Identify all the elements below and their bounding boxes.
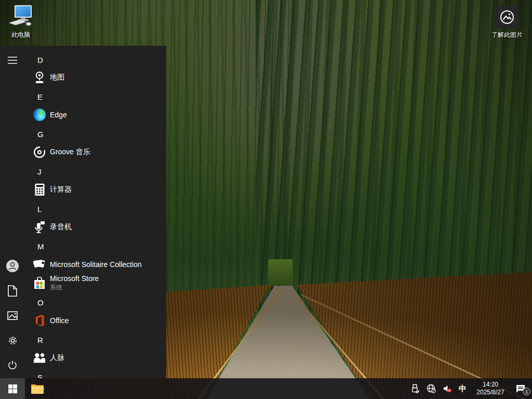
app-item-microsoft-store[interactable]: Microsoft Store 系统: [25, 272, 166, 294]
group-letter-J[interactable]: J: [37, 166, 56, 178]
app-label: 录音机: [50, 222, 72, 232]
notification-badge: 1: [523, 388, 530, 395]
office-icon: [33, 314, 46, 327]
start-menu-rail: [0, 46, 25, 378]
gear-icon: [7, 335, 18, 346]
edge-icon: [33, 109, 46, 121]
app-item-office[interactable]: Office: [25, 312, 166, 329]
this-pc-icon: [7, 4, 34, 29]
this-pc-label: 此电脑: [11, 31, 30, 39]
desktop-icon-learn-picture[interactable]: 了解此图片: [487, 5, 527, 39]
start-menu-app-list: D 地图 E Edge G: [25, 46, 166, 378]
learn-picture-icon: [495, 5, 519, 29]
people-icon: [33, 352, 46, 364]
hamburger-icon: [8, 57, 17, 64]
app-label: Edge: [50, 111, 67, 119]
system-tray: 中 14:20 2025/8/27 1: [410, 378, 532, 399]
group-letter-L[interactable]: L: [37, 203, 56, 216]
file-explorer-button[interactable]: [25, 378, 50, 399]
group-letter-E[interactable]: E: [37, 91, 56, 103]
solitaire-icon: [33, 258, 46, 271]
app-item-calculator[interactable]: 计算器: [25, 181, 166, 198]
groove-music-icon: [33, 146, 46, 158]
network-no-internet-icon[interactable]: [427, 384, 436, 393]
learn-picture-label: 了解此图片: [491, 31, 523, 39]
user-account-button[interactable]: [4, 258, 21, 274]
document-icon: [8, 285, 17, 297]
app-label: 计算器: [50, 185, 72, 194]
group-letter-O[interactable]: O: [37, 297, 56, 309]
app-item-people[interactable]: 人脉: [25, 349, 166, 367]
pictures-button[interactable]: [4, 307, 21, 324]
start-button[interactable]: [0, 378, 25, 399]
app-item-maps[interactable]: 地图: [25, 69, 166, 86]
store-icon: [33, 277, 46, 289]
settings-button[interactable]: [4, 332, 21, 349]
desktop-icon-this-pc[interactable]: 此电脑: [1, 4, 41, 39]
taskbar: 中 14:20 2025/8/27 1: [0, 378, 532, 399]
user-avatar-icon: [6, 259, 19, 273]
clock-time: 14:20: [473, 381, 508, 389]
app-sublabel: 系统: [50, 283, 62, 292]
documents-button[interactable]: [4, 283, 21, 299]
app-item-solitaire[interactable]: Microsoft Solitaire Collection: [25, 256, 166, 273]
voice-recorder-icon: [33, 221, 46, 233]
volume-muted-icon[interactable]: [443, 384, 452, 393]
app-label: 人脉: [50, 353, 64, 363]
usb-safely-remove-icon[interactable]: [410, 384, 420, 393]
pictures-icon: [7, 311, 18, 320]
action-center-button[interactable]: 1: [514, 384, 527, 393]
calculator-icon: [33, 183, 46, 196]
app-item-voice-recorder[interactable]: 录音机: [25, 218, 166, 236]
group-letter-R[interactable]: R: [37, 334, 56, 347]
menu-expand-button[interactable]: [4, 52, 21, 69]
clock-date: 2025/8/27: [473, 389, 508, 396]
desktop: 此电脑 了解此图片: [0, 0, 532, 399]
app-label: Microsoft Store: [50, 274, 99, 283]
power-icon: [7, 360, 18, 370]
file-explorer-icon: [31, 383, 44, 394]
app-item-edge[interactable]: Edge: [25, 106, 166, 124]
power-button[interactable]: [4, 357, 21, 374]
maps-icon: [33, 71, 46, 84]
app-label: Microsoft Solitaire Collection: [50, 260, 142, 269]
group-letter-G[interactable]: G: [37, 128, 56, 141]
group-letter-D[interactable]: D: [37, 54, 56, 66]
group-letter-M[interactable]: M: [37, 241, 56, 253]
start-menu: D 地图 E Edge G: [0, 46, 166, 378]
ime-indicator[interactable]: 中: [459, 384, 467, 394]
app-label: Office: [50, 316, 69, 325]
windows-logo-icon: [8, 384, 17, 393]
taskbar-clock[interactable]: 14:20 2025/8/27: [473, 381, 508, 396]
app-item-groove-music[interactable]: Groove 音乐: [25, 143, 166, 161]
group-letter-S[interactable]: S: [37, 371, 56, 378]
app-label: 地图: [50, 73, 64, 82]
app-label: Groove 音乐: [50, 148, 90, 157]
